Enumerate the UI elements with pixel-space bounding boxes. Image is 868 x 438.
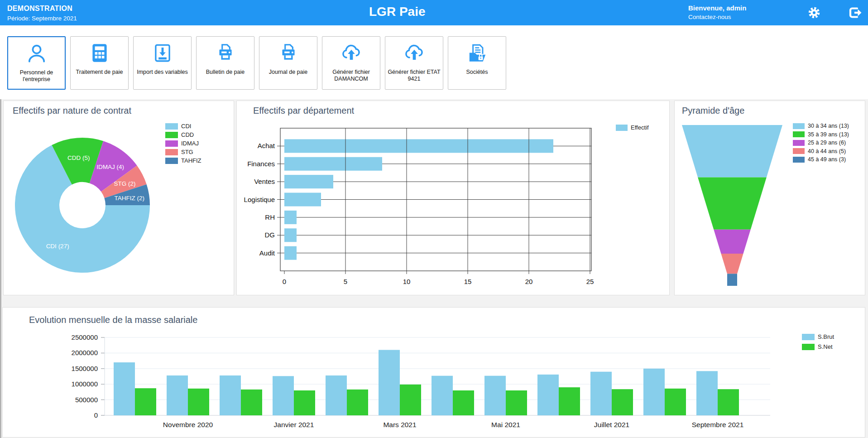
- legend-label: STG: [181, 149, 193, 155]
- slice-label: STG (2): [114, 180, 136, 187]
- toolbar-button-label: Import des variables: [134, 69, 190, 76]
- axis-label: 500000: [75, 396, 98, 404]
- legend-color-swatch: [793, 131, 805, 137]
- app-header: DEMONSTRATION Période: Septembre 2021 LG…: [0, 0, 868, 25]
- slice-label: IDMAJ (4): [96, 164, 124, 170]
- toolbar-button-label: Traitement de paie: [74, 69, 125, 76]
- funnel-segment-35-a-39-ans-13: [698, 177, 767, 229]
- toolbar-button-label: Générer fichier DAMANCOM: [322, 69, 380, 83]
- axis-label: 5: [344, 278, 347, 285]
- legend-label: 45 à 49 ans (3): [808, 156, 846, 163]
- user-icon: [25, 42, 48, 65]
- legend-label: S.Brut: [818, 333, 834, 340]
- axis-label: 1500000: [72, 365, 98, 372]
- axis-label: 2500000: [72, 333, 98, 341]
- axis-label: Mai 2021: [491, 421, 520, 428]
- bar-s-net-juillet-2021: [612, 389, 633, 415]
- toolbar-button-traitement-de-paie[interactable]: Traitement de paie: [70, 36, 129, 90]
- bar-finances: [284, 157, 382, 171]
- toolbar-button-journal-de-paie[interactable]: Journal de paie: [259, 36, 317, 90]
- bar-s-brut-fevrier-2021: [326, 375, 347, 415]
- bar-s-net-avril-2021: [453, 390, 474, 415]
- lgr-paie-dashboard: DEMONSTRATION Période: Septembre 2021 LG…: [0, 0, 868, 438]
- bar-s-brut-septembre-2021: [696, 371, 718, 415]
- toolbar-button-import-des-variables[interactable]: Import des variables: [133, 36, 192, 90]
- axis-label: Juillet 2021: [594, 421, 629, 428]
- bar-s-net-janvier-2021: [294, 390, 315, 415]
- contact-link[interactable]: Contactez-nous: [688, 14, 731, 20]
- legend-item: Effectif: [616, 124, 649, 131]
- bar-s-net-septembre-2021: [718, 389, 739, 415]
- funnel-segment-45-a-49-ans-3: [727, 274, 737, 286]
- age-pyramid-legend: 30 à 34 ans (13)35 à 39 ans (13)25 à 29 …: [793, 123, 849, 163]
- departments-legend: Effectif: [616, 124, 649, 131]
- toolbar-button-bulletin-de-paie[interactable]: Bulletin de paie: [196, 36, 254, 90]
- toolbar-button-label: Sociétés: [464, 69, 490, 76]
- bar-s-brut-mars-2021: [379, 350, 400, 415]
- axis-label: 20: [525, 278, 533, 285]
- funnel-segment-25-a-29-ans-6: [714, 230, 750, 254]
- legend-color-swatch: [793, 123, 805, 129]
- legend-item: 45 à 49 ans (3): [793, 156, 849, 163]
- toolbar-button-label: Personnel de l'entreprise: [8, 69, 65, 83]
- import-download-icon: [151, 42, 174, 64]
- panel-contracts: Effectifs par nature de contrat CDI (27)…: [3, 101, 234, 295]
- bar-s-brut-aout-2021: [643, 369, 665, 415]
- legend-label: 25 à 29 ans (6): [808, 140, 846, 146]
- contracts-legend: CDICDDIDMAJSTGTAHFIZ: [165, 123, 201, 164]
- bar-s-brut-juillet-2021: [590, 372, 612, 415]
- axis-label: 0: [94, 411, 98, 419]
- legend-label: TAHFIZ: [181, 157, 201, 164]
- axis-label: Achat: [258, 142, 275, 149]
- bar-dg: [284, 228, 297, 242]
- legend-item: CDD: [165, 131, 201, 138]
- panel-age-pyramid: Pyramide d'âge 30 à 34 ans (13)35 à 39 a…: [674, 101, 865, 295]
- legend-item: 30 à 34 ans (13): [793, 123, 849, 129]
- axis-label: 2000000: [72, 349, 98, 356]
- panel-payroll-evolution: Evolution mensuelle de la masse salarial…: [2, 307, 865, 438]
- axis-label: 15: [464, 278, 472, 285]
- legend-item: TAHFIZ: [165, 157, 201, 164]
- legend-item: 35 à 39 ans (13): [793, 131, 849, 138]
- funnel-segment-40-a-44-ans-5: [721, 254, 743, 274]
- axis-label: Mars 2021: [383, 421, 416, 428]
- legend-color-swatch: [165, 123, 178, 130]
- bar-s-brut-mai-2021: [484, 376, 506, 415]
- toolbar-button-societes[interactable]: Sociétés: [448, 36, 506, 90]
- toolbar-button-generer-fichier-damancom[interactable]: Générer fichier DAMANCOM: [322, 36, 380, 90]
- slice-label: CDI (27): [46, 243, 69, 250]
- toolbar-button-generer-fichier-etat-9421[interactable]: Générer fichier ETAT 9421: [385, 36, 443, 90]
- toolbar: Personnel de l'entreprise Traitement de …: [0, 25, 868, 99]
- welcome-text: Bienvenue, admin: [688, 4, 746, 12]
- axis-label: Janvier 2021: [274, 421, 314, 428]
- departments-bar-chart: 0510152025AchatFinancesVentesLogistiqueR…: [237, 101, 669, 295]
- bar-audit: [284, 246, 297, 260]
- printer-icon: [277, 42, 300, 64]
- calculator-icon: [88, 42, 111, 64]
- period-label: Période: Septembre 2021: [7, 15, 77, 22]
- legend-color-swatch: [165, 149, 178, 155]
- legend-color-swatch: [793, 148, 805, 154]
- settings-gear-icon[interactable]: [807, 6, 821, 21]
- legend-label: 35 à 39 ans (13): [808, 131, 849, 138]
- bar-s-brut-juin-2021: [537, 375, 559, 415]
- legend-color-swatch: [793, 157, 805, 163]
- folder-lock-icon: [466, 42, 489, 64]
- toolbar-button-personnel-de-l-entreprise[interactable]: Personnel de l'entreprise: [7, 36, 66, 90]
- bar-s-net-novembre-2020: [188, 389, 209, 415]
- bar-s-net-juin-2021: [559, 387, 580, 415]
- legend-color-swatch: [165, 140, 178, 147]
- axis-label: Finances: [247, 160, 275, 168]
- legend-item: CDI: [165, 123, 201, 130]
- bar-s-brut-decembre-2020: [220, 375, 241, 415]
- payroll-evolution-bar-chart: 05000001000000150000020000002500000Novem…: [3, 308, 865, 437]
- logout-icon[interactable]: [846, 5, 862, 22]
- bar-s-brut-novembre-2020: [167, 375, 188, 415]
- cloud-upload-icon: [340, 42, 363, 64]
- panel-departments: Effectifs par département 0510152025Acha…: [236, 101, 670, 295]
- toolbar-button-label: Journal de paie: [267, 69, 310, 76]
- payroll-legend: S.BrutS.Net: [802, 333, 834, 350]
- bar-s-net-decembre-2020: [241, 390, 262, 415]
- funnel-segment-30-a-34-ans-13: [682, 125, 782, 177]
- axis-label: 0: [283, 278, 286, 285]
